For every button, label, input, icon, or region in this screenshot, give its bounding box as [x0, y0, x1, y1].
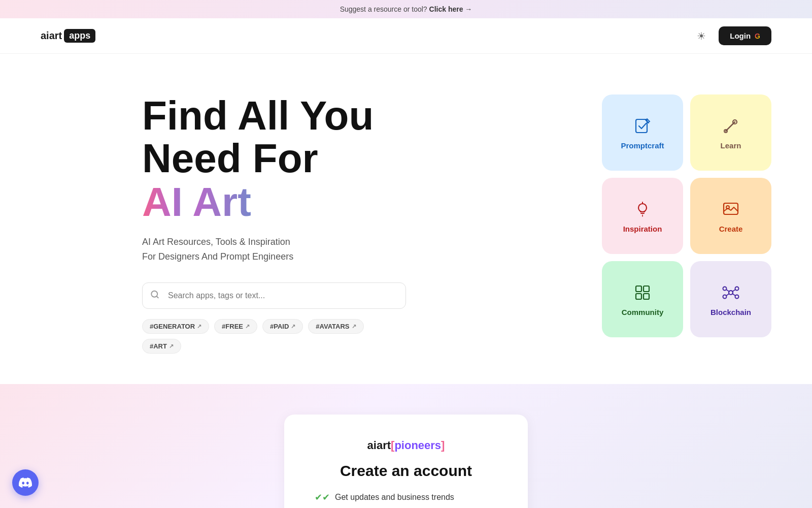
logo-apps: apps [64, 29, 95, 43]
hero-title-ai: AI [142, 179, 192, 225]
svg-line-17 [726, 290, 729, 292]
svg-line-19 [726, 294, 729, 296]
svg-point-13 [723, 287, 727, 290]
tag-arrow-free: ↗ [245, 323, 250, 330]
pioneers-card: aiart[pioneers] Create an account ✔✔ Get… [284, 415, 528, 508]
svg-rect-11 [644, 294, 649, 299]
svg-point-15 [723, 295, 727, 298]
tag-paid[interactable]: #PAID ↗ [262, 319, 303, 334]
category-learn[interactable]: Learn [690, 94, 771, 171]
search-icon [150, 290, 159, 301]
category-create[interactable]: Create [690, 178, 771, 254]
svg-point-16 [735, 295, 739, 298]
hero-subtitle-line2: For Designers And Prompt Engineers [142, 251, 293, 262]
create-icon [721, 199, 741, 219]
header: aiart apps ☀ Login G [0, 18, 812, 54]
top-banner: Suggest a resource or tool? Click here → [0, 0, 812, 18]
tag-arrow-art: ↗ [169, 343, 174, 350]
sun-icon: ☀ [697, 30, 706, 42]
theme-toggle-button[interactable]: ☀ [692, 27, 710, 45]
svg-line-20 [732, 294, 735, 296]
tags-container: #GENERATOR ↗ #FREE ↗ #PAID ↗ #AVATARS ↗ … [142, 319, 406, 354]
svg-line-18 [732, 290, 735, 292]
pioneers-heading: Create an account [315, 462, 497, 480]
pioneers-bracket-close: ] [441, 439, 445, 452]
header-right: ☀ Login G [692, 26, 771, 45]
svg-point-14 [735, 287, 739, 290]
pioneers-feature: ✔✔ Get updates and business trends [315, 492, 497, 503]
discord-button[interactable] [12, 469, 39, 496]
svg-rect-8 [636, 286, 641, 292]
login-label: Login [730, 31, 751, 40]
promptcraft-icon [632, 116, 653, 136]
create-label: Create [719, 225, 743, 233]
search-input[interactable] [142, 282, 406, 309]
google-icon: G [755, 32, 760, 40]
blockchain-icon [721, 282, 741, 303]
logo-aiart: aiart [41, 30, 62, 42]
search-container [142, 282, 406, 309]
promptcraft-label: Promptcraft [621, 141, 664, 150]
category-blockchain[interactable]: Blockchain [690, 261, 771, 337]
pioneers-logo: aiart[pioneers] [315, 439, 497, 452]
login-button[interactable]: Login G [719, 26, 771, 45]
hero-title-art: Art [192, 179, 251, 225]
category-community[interactable]: Community [602, 261, 683, 337]
community-icon [632, 282, 653, 303]
discord-icon [19, 476, 32, 489]
tag-free[interactable]: #FREE ↗ [214, 319, 257, 334]
tag-arrow-generator: ↗ [197, 323, 201, 330]
tag-art[interactable]: #ART ↗ [142, 339, 181, 354]
svg-rect-2 [636, 119, 647, 133]
category-promptcraft[interactable]: Promptcraft [602, 94, 683, 171]
hero-section: Find All You Need For AI Art AI Art Reso… [0, 54, 812, 384]
tag-avatars[interactable]: #AVATARS ↗ [308, 319, 363, 334]
bottom-section: aiart[pioneers] Create an account ✔✔ Get… [0, 384, 812, 508]
hero-left: Find All You Need For AI Art AI Art Reso… [142, 94, 406, 354]
tag-arrow-avatars: ↗ [352, 323, 356, 330]
learn-label: Learn [721, 141, 741, 150]
check-icon: ✔✔ [315, 492, 330, 503]
inspiration-icon [632, 199, 653, 219]
inspiration-label: Inspiration [623, 225, 662, 233]
svg-rect-9 [644, 286, 649, 292]
hero-subtitle-line1: AI Art Resources, Tools & Inspiration [142, 237, 290, 247]
community-label: Community [622, 308, 664, 316]
pioneers-feature-text: Get updates and business trends [335, 493, 454, 502]
svg-line-1 [156, 296, 158, 298]
pioneers-text: pioneers [394, 439, 441, 452]
pioneers-aiart: aiart [367, 439, 391, 452]
tag-arrow-paid: ↗ [291, 323, 295, 330]
banner-link[interactable]: Click here → [429, 5, 472, 13]
hero-title-line1: Find All You [142, 93, 374, 138]
banner-text: Suggest a resource or tool? [340, 5, 427, 13]
hero-title-line2: Need For [142, 136, 318, 181]
hero-subtitle: AI Art Resources, Tools & Inspiration Fo… [142, 235, 406, 264]
category-grid: Promptcraft Learn Inspiration [602, 94, 771, 337]
learn-icon [721, 116, 741, 136]
category-inspiration[interactable]: Inspiration [602, 178, 683, 254]
logo[interactable]: aiart apps [41, 29, 95, 43]
svg-rect-10 [636, 294, 641, 299]
hero-title: Find All You Need For AI Art [142, 94, 406, 225]
blockchain-label: Blockchain [710, 308, 751, 316]
svg-point-5 [638, 204, 647, 212]
tag-generator[interactable]: #GENERATOR ↗ [142, 319, 209, 334]
